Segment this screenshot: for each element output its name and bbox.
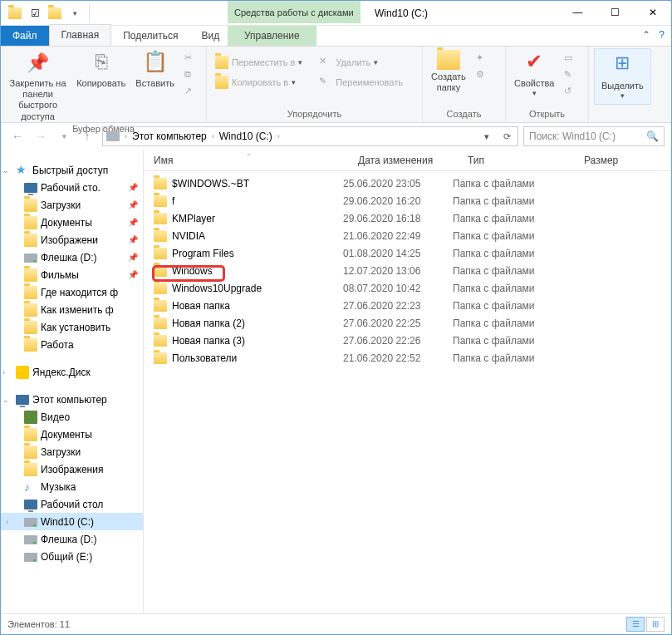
paste-button[interactable]: 📋 Вставить (132, 48, 178, 91)
file-row[interactable]: Пользователи21.06.2020 22:52Папка с файл… (144, 349, 671, 367)
file-list[interactable]: $WINDOWS.~BT25.06.2020 23:05Папка с файл… (144, 171, 671, 613)
expand-icon[interactable]: ⌄ (2, 166, 9, 175)
crumb-sep[interactable]: › (208, 132, 218, 140)
close-button[interactable]: ✕ (634, 1, 671, 24)
nav-yandex[interactable]: › Яндекс.Диск (1, 363, 143, 381)
nav-item[interactable]: Где находится ф (1, 283, 143, 301)
nav-history-button[interactable]: ▾ (54, 126, 74, 146)
nav-label: Работа (41, 339, 74, 351)
file-row[interactable]: Новая папка (3)27.06.2020 22:26Папка с ф… (144, 332, 671, 349)
copy-button[interactable]: ⎘ Копировать (73, 48, 129, 91)
maximize-button[interactable]: ☐ (596, 1, 634, 24)
tab-share[interactable]: Поделиться (111, 26, 189, 46)
view-details-button[interactable]: ☰ (626, 617, 645, 632)
ribbon-collapse-icon[interactable]: ⌃ (642, 29, 650, 41)
edit-button[interactable]: ✎ (561, 68, 581, 83)
file-row[interactable]: $WINDOWS.~BT25.06.2020 23:05Папка с файл… (144, 175, 671, 192)
nav-item[interactable]: Рабочий сто.📌 (1, 179, 143, 196)
nav-forward-button[interactable]: → (31, 126, 51, 146)
file-row[interactable]: Windows12.07.2020 13:06Папка с файлами (144, 262, 671, 279)
nav-item[interactable]: Как установить (1, 318, 143, 336)
cut-button[interactable]: ✂ (181, 52, 201, 66)
expand-icon[interactable]: › (2, 368, 5, 377)
nav-label: Изображения (41, 464, 103, 475)
col-name[interactable]: Имя⌃ (144, 155, 348, 166)
copy-path-button[interactable]: ⧉ (181, 68, 201, 83)
properties-button[interactable]: ✔ Свойства▾ (511, 48, 557, 100)
pin-icon: 📌 (128, 218, 138, 227)
tab-disk-tools[interactable]: Управление (228, 26, 316, 46)
rename-icon: ✎ (319, 76, 332, 89)
search-icon[interactable]: 🔍 (646, 130, 659, 142)
file-row[interactable]: f29.06.2020 16:20Папка с файлами (144, 192, 671, 209)
nav-item[interactable]: ›Wind10 (C:) (1, 513, 143, 530)
folder-icon (24, 321, 37, 334)
file-row[interactable]: Новая папка (2)27.06.2020 22:25Папка с ф… (144, 314, 671, 332)
col-date[interactable]: Дата изменения (348, 155, 458, 166)
file-row[interactable]: NVIDIA21.06.2020 22:49Папка с файлами (144, 227, 671, 244)
nav-item[interactable]: Флешка (D:)📌 (1, 249, 143, 266)
tab-home[interactable]: Главная (49, 24, 112, 46)
file-row[interactable]: Windows10Upgrade08.07.2020 10:42Папка с … (144, 279, 671, 297)
pin-quick-access-button[interactable]: 📌 Закрепить на панели быстрого доступа (6, 48, 70, 124)
expand-icon[interactable]: ⌄ (2, 396, 9, 404)
nav-item[interactable]: Общий (E:) (1, 548, 143, 565)
crumb-sep[interactable]: › (121, 132, 130, 140)
file-date: 29.06.2020 16:20 (343, 195, 453, 207)
nav-item[interactable]: Загрузки (1, 443, 143, 460)
move-to-button[interactable]: Переместить в▾ (212, 55, 306, 70)
nav-back-button[interactable]: ← (7, 126, 27, 146)
addr-dropdown-button[interactable]: ▾ (478, 128, 496, 145)
expand-icon[interactable]: › (6, 518, 8, 526)
nav-item[interactable]: Изображени📌 (1, 231, 143, 249)
crumb-drive[interactable]: Wind10 (C:) (219, 130, 272, 142)
crumb-this-pc[interactable]: Этот компьютер (132, 130, 207, 142)
qat-customize[interactable]: ▾ (66, 4, 84, 22)
easy-access-button[interactable]: ⚙ (473, 68, 493, 83)
nav-quick-access[interactable]: ⌄ ★ Быстрый доступ (1, 161, 143, 179)
app-icon[interactable] (6, 4, 24, 22)
nav-item[interactable]: Флешка (D:) (1, 530, 143, 548)
minimize-button[interactable]: — (559, 1, 596, 24)
nav-item[interactable]: Документы📌 (1, 214, 143, 231)
nav-item[interactable]: ♪Музыка (1, 478, 143, 495)
nav-item[interactable]: Видео (1, 408, 143, 426)
help-icon[interactable]: ? (659, 29, 665, 41)
nav-up-button[interactable]: ↑ (77, 126, 97, 146)
nav-item[interactable]: Работа (1, 336, 143, 353)
view-large-button[interactable]: ⊞ (646, 617, 665, 632)
tab-view[interactable]: Вид (189, 26, 231, 46)
nav-item[interactable]: Как изменить ф (1, 301, 143, 318)
refresh-button[interactable]: ⟳ (498, 128, 516, 145)
nav-this-pc[interactable]: ⌄ Этот компьютер (1, 391, 143, 408)
copy-to-button[interactable]: Копировать в▾ (212, 75, 306, 90)
qat-new-folder-icon[interactable] (46, 4, 64, 22)
file-row[interactable]: Новая папка27.06.2020 22:23Папка с файла… (144, 297, 671, 314)
file-row[interactable]: KMPlayer29.06.2020 16:18Папка с файлами (144, 209, 671, 227)
nav-item[interactable]: Фильмы📌 (1, 266, 143, 283)
col-size[interactable]: Размер (574, 155, 640, 166)
qat-properties-icon[interactable]: ☑ (26, 4, 44, 22)
nav-item[interactable]: Рабочий стол (1, 495, 143, 513)
select-button[interactable]: ⊞ Выделить▾ (594, 48, 651, 105)
paste-shortcut-button[interactable]: ↗ (181, 85, 201, 100)
nav-item[interactable]: Загрузки📌 (1, 196, 143, 214)
new-item-button[interactable]: ✦ (473, 52, 493, 66)
file-row[interactable]: Program Files01.08.2020 14:25Папка с фай… (144, 244, 671, 262)
open-button[interactable]: ▭ (561, 52, 581, 66)
crumb-sep[interactable]: › (274, 132, 283, 140)
folder-icon (154, 195, 167, 207)
tab-file[interactable]: Файл (1, 26, 49, 46)
nav-item[interactable]: Документы (1, 426, 143, 443)
rename-button[interactable]: ✎Переименовать (316, 75, 406, 90)
search-input[interactable]: Поиск: Wind10 (C:) 🔍 (523, 126, 665, 146)
delete-button[interactable]: ✕Удалить▾ (316, 55, 406, 70)
folder-icon (154, 318, 167, 329)
new-folder-button[interactable]: Создать папку (428, 48, 469, 95)
file-type: Папка с файлами (453, 178, 569, 190)
address-bar[interactable]: › Этот компьютер › Wind10 (C:) › ▾ ⟳ (102, 126, 518, 146)
col-type[interactable]: Тип (458, 155, 574, 166)
navigation-pane[interactable]: ⌄ ★ Быстрый доступ Рабочий сто.📌Загрузки… (1, 150, 144, 613)
nav-item[interactable]: Изображения (1, 460, 143, 478)
history-button[interactable]: ↺ (561, 85, 581, 100)
